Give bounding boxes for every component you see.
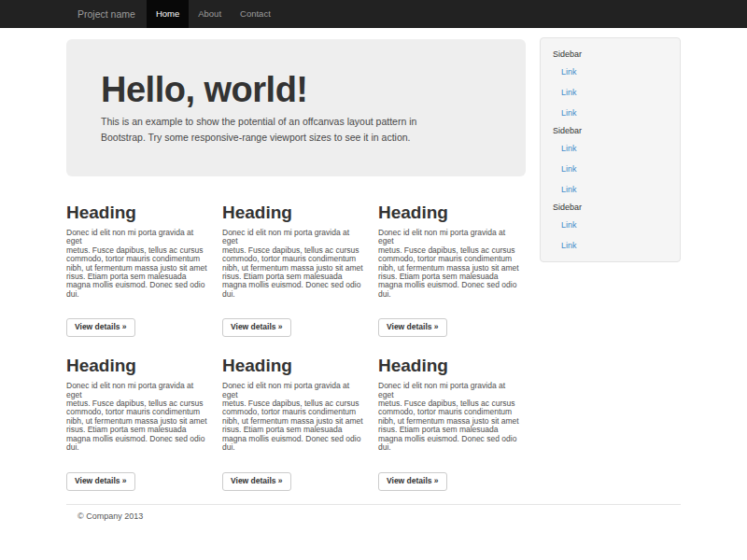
card-body: Donec id elit non mi porta gravida at eg… xyxy=(378,382,520,452)
nav-item-home[interactable]: Home xyxy=(147,0,189,28)
card-body: Donec id elit non mi porta gravida at eg… xyxy=(66,382,208,452)
view-details-button[interactable]: View details » xyxy=(222,318,291,337)
card-heading: Heading xyxy=(66,203,208,222)
nav-item-contact[interactable]: Contact xyxy=(231,0,280,28)
card-body: Donec id elit non mi porta gravida at eg… xyxy=(66,229,208,299)
page-container: Hello, world! This is an example to show… xyxy=(66,28,681,558)
sidebar-link-item: Link xyxy=(541,215,680,235)
card-heading: Heading xyxy=(66,356,208,375)
jumbotron-title: Hello, world! xyxy=(101,71,491,108)
sidebar-link[interactable]: Link xyxy=(561,220,577,230)
footer: © Company 2013 xyxy=(66,504,681,558)
card-body: Donec id elit non mi porta gravida at eg… xyxy=(378,229,520,299)
sidebar-group-header: Sidebar xyxy=(541,123,680,138)
cards-row-1: Heading Donec id elit non mi porta gravi… xyxy=(66,203,526,337)
copyright-text: © Company 2013 xyxy=(78,511,681,521)
brand-link[interactable]: Project name xyxy=(66,0,147,28)
feature-card: Heading Donec id elit non mi porta gravi… xyxy=(66,356,208,490)
nav-item-about[interactable]: About xyxy=(189,0,231,28)
main-column: Hello, world! This is an example to show… xyxy=(66,28,526,491)
sidebar-link-item: Link xyxy=(541,235,680,256)
sidebar-link[interactable]: Link xyxy=(561,108,577,118)
feature-card: Heading Donec id elit non mi porta gravi… xyxy=(378,356,520,490)
feature-card: Heading Donec id elit non mi porta gravi… xyxy=(66,203,208,337)
view-details-button[interactable]: View details » xyxy=(66,472,135,491)
sidebar-link[interactable]: Link xyxy=(561,67,577,77)
sidebar-panel: Sidebar Link Link Link Sidebar Link Link… xyxy=(540,37,681,262)
navbar: Project name Home About Contact xyxy=(0,0,747,28)
card-heading: Heading xyxy=(378,356,520,375)
feature-card: Heading Donec id elit non mi porta gravi… xyxy=(378,203,520,337)
card-heading: Heading xyxy=(222,356,364,375)
sidebar-link-item: Link xyxy=(541,103,680,123)
sidebar-column: Sidebar Link Link Link Sidebar Link Link… xyxy=(540,28,681,262)
sidebar-link[interactable]: Link xyxy=(561,185,577,194)
sidebar-link-item: Link xyxy=(541,159,680,179)
sidebar-group-header: Sidebar xyxy=(541,200,680,215)
view-details-button[interactable]: View details » xyxy=(222,472,291,491)
jumbotron-description: This is an example to show the potential… xyxy=(101,114,491,146)
sidebar-link-item: Link xyxy=(541,82,680,103)
card-heading: Heading xyxy=(378,203,520,222)
cards-row-2: Heading Donec id elit non mi porta gravi… xyxy=(66,356,526,490)
navbar-menu: Home About Contact xyxy=(147,0,280,28)
sidebar-link-item: Link xyxy=(541,179,680,200)
card-heading: Heading xyxy=(222,203,364,222)
content-row: Hello, world! This is an example to show… xyxy=(66,28,681,491)
view-details-button[interactable]: View details » xyxy=(378,472,447,491)
sidebar-group-header: Sidebar xyxy=(541,47,680,62)
sidebar-link[interactable]: Link xyxy=(561,241,577,250)
card-body: Donec id elit non mi porta gravida at eg… xyxy=(222,382,364,452)
sidebar-link[interactable]: Link xyxy=(561,144,577,153)
sidebar-link[interactable]: Link xyxy=(561,88,577,97)
feature-card: Heading Donec id elit non mi porta gravi… xyxy=(222,356,364,490)
navbar-container: Project name Home About Contact xyxy=(66,0,681,28)
sidebar-link-item: Link xyxy=(541,62,680,82)
jumbotron: Hello, world! This is an example to show… xyxy=(66,39,526,176)
sidebar-link-item: Link xyxy=(541,138,680,159)
sidebar-link[interactable]: Link xyxy=(561,164,577,174)
view-details-button[interactable]: View details » xyxy=(66,318,135,337)
sidebar-nav-list: Sidebar Link Link Link Sidebar Link Link… xyxy=(541,47,680,256)
feature-card: Heading Donec id elit non mi porta gravi… xyxy=(222,203,364,337)
card-body: Donec id elit non mi porta gravida at eg… xyxy=(222,229,364,299)
view-details-button[interactable]: View details » xyxy=(378,318,447,337)
